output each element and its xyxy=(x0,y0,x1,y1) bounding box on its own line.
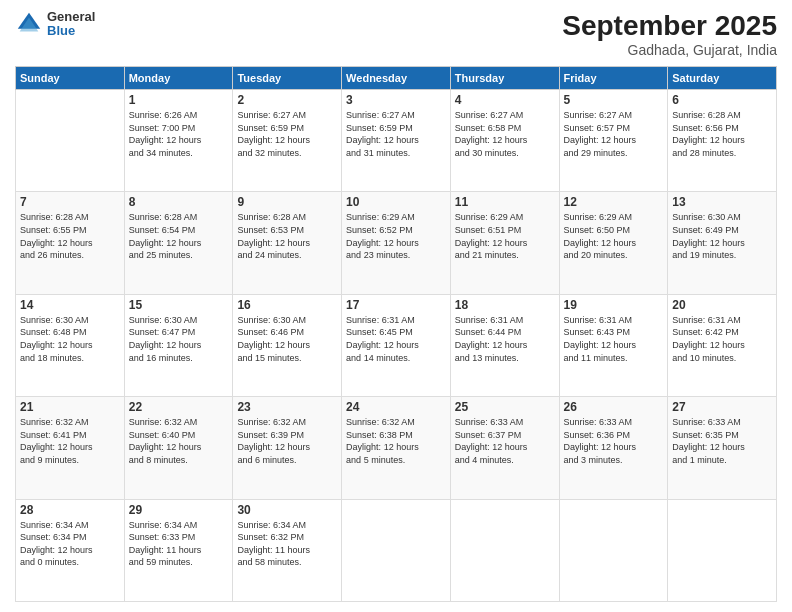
day-number: 22 xyxy=(129,400,229,414)
day-info: Sunrise: 6:32 AM Sunset: 6:39 PM Dayligh… xyxy=(237,416,337,466)
calendar-cell: 9Sunrise: 6:28 AM Sunset: 6:53 PM Daylig… xyxy=(233,192,342,294)
day-number: 23 xyxy=(237,400,337,414)
day-number: 14 xyxy=(20,298,120,312)
day-info: Sunrise: 6:28 AM Sunset: 6:55 PM Dayligh… xyxy=(20,211,120,261)
calendar-cell: 14Sunrise: 6:30 AM Sunset: 6:48 PM Dayli… xyxy=(16,294,125,396)
day-info: Sunrise: 6:26 AM Sunset: 7:00 PM Dayligh… xyxy=(129,109,229,159)
day-info: Sunrise: 6:29 AM Sunset: 6:51 PM Dayligh… xyxy=(455,211,555,261)
day-number: 29 xyxy=(129,503,229,517)
day-info: Sunrise: 6:31 AM Sunset: 6:43 PM Dayligh… xyxy=(564,314,664,364)
day-number: 12 xyxy=(564,195,664,209)
calendar-cell: 8Sunrise: 6:28 AM Sunset: 6:54 PM Daylig… xyxy=(124,192,233,294)
calendar-header-friday: Friday xyxy=(559,67,668,90)
calendar-cell xyxy=(559,499,668,601)
calendar-cell: 22Sunrise: 6:32 AM Sunset: 6:40 PM Dayli… xyxy=(124,397,233,499)
calendar-cell: 7Sunrise: 6:28 AM Sunset: 6:55 PM Daylig… xyxy=(16,192,125,294)
logo-icon xyxy=(15,10,43,38)
day-number: 5 xyxy=(564,93,664,107)
day-number: 18 xyxy=(455,298,555,312)
calendar-cell: 6Sunrise: 6:28 AM Sunset: 6:56 PM Daylig… xyxy=(668,90,777,192)
day-info: Sunrise: 6:30 AM Sunset: 6:47 PM Dayligh… xyxy=(129,314,229,364)
day-info: Sunrise: 6:27 AM Sunset: 6:59 PM Dayligh… xyxy=(237,109,337,159)
calendar-week-1: 1Sunrise: 6:26 AM Sunset: 7:00 PM Daylig… xyxy=(16,90,777,192)
calendar-cell: 23Sunrise: 6:32 AM Sunset: 6:39 PM Dayli… xyxy=(233,397,342,499)
calendar-cell: 20Sunrise: 6:31 AM Sunset: 6:42 PM Dayli… xyxy=(668,294,777,396)
day-info: Sunrise: 6:31 AM Sunset: 6:42 PM Dayligh… xyxy=(672,314,772,364)
day-number: 8 xyxy=(129,195,229,209)
day-number: 25 xyxy=(455,400,555,414)
calendar-header-tuesday: Tuesday xyxy=(233,67,342,90)
day-info: Sunrise: 6:31 AM Sunset: 6:45 PM Dayligh… xyxy=(346,314,446,364)
calendar-cell: 29Sunrise: 6:34 AM Sunset: 6:33 PM Dayli… xyxy=(124,499,233,601)
day-info: Sunrise: 6:27 AM Sunset: 6:59 PM Dayligh… xyxy=(346,109,446,159)
calendar-cell: 11Sunrise: 6:29 AM Sunset: 6:51 PM Dayli… xyxy=(450,192,559,294)
day-info: Sunrise: 6:33 AM Sunset: 6:35 PM Dayligh… xyxy=(672,416,772,466)
day-info: Sunrise: 6:33 AM Sunset: 6:37 PM Dayligh… xyxy=(455,416,555,466)
day-number: 30 xyxy=(237,503,337,517)
day-number: 6 xyxy=(672,93,772,107)
day-info: Sunrise: 6:34 AM Sunset: 6:32 PM Dayligh… xyxy=(237,519,337,569)
subtitle: Gadhada, Gujarat, India xyxy=(562,42,777,58)
day-info: Sunrise: 6:32 AM Sunset: 6:41 PM Dayligh… xyxy=(20,416,120,466)
calendar-cell xyxy=(450,499,559,601)
day-number: 3 xyxy=(346,93,446,107)
day-info: Sunrise: 6:32 AM Sunset: 6:40 PM Dayligh… xyxy=(129,416,229,466)
calendar-header-row: SundayMondayTuesdayWednesdayThursdayFrid… xyxy=(16,67,777,90)
day-info: Sunrise: 6:27 AM Sunset: 6:57 PM Dayligh… xyxy=(564,109,664,159)
calendar-cell: 26Sunrise: 6:33 AM Sunset: 6:36 PM Dayli… xyxy=(559,397,668,499)
day-info: Sunrise: 6:31 AM Sunset: 6:44 PM Dayligh… xyxy=(455,314,555,364)
day-number: 26 xyxy=(564,400,664,414)
calendar-week-2: 7Sunrise: 6:28 AM Sunset: 6:55 PM Daylig… xyxy=(16,192,777,294)
calendar-cell: 16Sunrise: 6:30 AM Sunset: 6:46 PM Dayli… xyxy=(233,294,342,396)
calendar-table: SundayMondayTuesdayWednesdayThursdayFrid… xyxy=(15,66,777,602)
calendar-cell: 4Sunrise: 6:27 AM Sunset: 6:58 PM Daylig… xyxy=(450,90,559,192)
day-number: 13 xyxy=(672,195,772,209)
calendar-header-thursday: Thursday xyxy=(450,67,559,90)
calendar-cell xyxy=(16,90,125,192)
calendar-cell: 2Sunrise: 6:27 AM Sunset: 6:59 PM Daylig… xyxy=(233,90,342,192)
day-number: 11 xyxy=(455,195,555,209)
day-info: Sunrise: 6:28 AM Sunset: 6:56 PM Dayligh… xyxy=(672,109,772,159)
day-info: Sunrise: 6:33 AM Sunset: 6:36 PM Dayligh… xyxy=(564,416,664,466)
day-number: 7 xyxy=(20,195,120,209)
day-number: 2 xyxy=(237,93,337,107)
calendar-cell: 18Sunrise: 6:31 AM Sunset: 6:44 PM Dayli… xyxy=(450,294,559,396)
calendar-cell: 15Sunrise: 6:30 AM Sunset: 6:47 PM Dayli… xyxy=(124,294,233,396)
day-number: 15 xyxy=(129,298,229,312)
day-info: Sunrise: 6:32 AM Sunset: 6:38 PM Dayligh… xyxy=(346,416,446,466)
calendar-week-3: 14Sunrise: 6:30 AM Sunset: 6:48 PM Dayli… xyxy=(16,294,777,396)
calendar-week-5: 28Sunrise: 6:34 AM Sunset: 6:34 PM Dayli… xyxy=(16,499,777,601)
calendar-cell: 28Sunrise: 6:34 AM Sunset: 6:34 PM Dayli… xyxy=(16,499,125,601)
day-info: Sunrise: 6:30 AM Sunset: 6:46 PM Dayligh… xyxy=(237,314,337,364)
day-number: 16 xyxy=(237,298,337,312)
calendar-cell: 5Sunrise: 6:27 AM Sunset: 6:57 PM Daylig… xyxy=(559,90,668,192)
month-title: September 2025 xyxy=(562,10,777,42)
calendar-header-monday: Monday xyxy=(124,67,233,90)
day-number: 20 xyxy=(672,298,772,312)
day-number: 1 xyxy=(129,93,229,107)
day-number: 4 xyxy=(455,93,555,107)
day-number: 19 xyxy=(564,298,664,312)
day-info: Sunrise: 6:34 AM Sunset: 6:34 PM Dayligh… xyxy=(20,519,120,569)
calendar-cell: 13Sunrise: 6:30 AM Sunset: 6:49 PM Dayli… xyxy=(668,192,777,294)
calendar-cell: 3Sunrise: 6:27 AM Sunset: 6:59 PM Daylig… xyxy=(342,90,451,192)
day-info: Sunrise: 6:34 AM Sunset: 6:33 PM Dayligh… xyxy=(129,519,229,569)
day-info: Sunrise: 6:30 AM Sunset: 6:48 PM Dayligh… xyxy=(20,314,120,364)
calendar-cell xyxy=(668,499,777,601)
day-info: Sunrise: 6:27 AM Sunset: 6:58 PM Dayligh… xyxy=(455,109,555,159)
calendar-cell: 12Sunrise: 6:29 AM Sunset: 6:50 PM Dayli… xyxy=(559,192,668,294)
title-block: September 2025 Gadhada, Gujarat, India xyxy=(562,10,777,58)
calendar-cell: 24Sunrise: 6:32 AM Sunset: 6:38 PM Dayli… xyxy=(342,397,451,499)
day-info: Sunrise: 6:29 AM Sunset: 6:50 PM Dayligh… xyxy=(564,211,664,261)
calendar-header-wednesday: Wednesday xyxy=(342,67,451,90)
day-number: 27 xyxy=(672,400,772,414)
day-info: Sunrise: 6:29 AM Sunset: 6:52 PM Dayligh… xyxy=(346,211,446,261)
header: General Blue September 2025 Gadhada, Guj… xyxy=(15,10,777,58)
day-number: 24 xyxy=(346,400,446,414)
day-number: 21 xyxy=(20,400,120,414)
logo-general: General xyxy=(47,10,95,24)
day-info: Sunrise: 6:30 AM Sunset: 6:49 PM Dayligh… xyxy=(672,211,772,261)
logo: General Blue xyxy=(15,10,95,39)
calendar-cell: 19Sunrise: 6:31 AM Sunset: 6:43 PM Dayli… xyxy=(559,294,668,396)
day-number: 9 xyxy=(237,195,337,209)
